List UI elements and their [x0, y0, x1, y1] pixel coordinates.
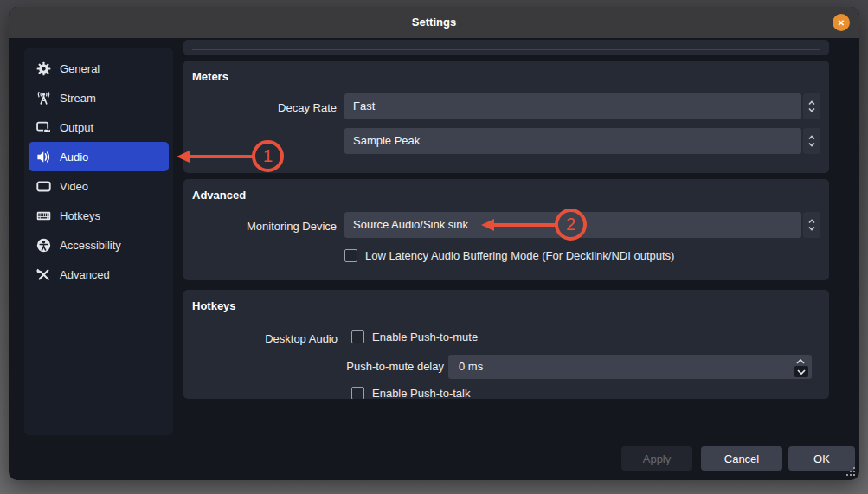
annotation-step-1-number: 1: [263, 146, 273, 166]
combo-spinner[interactable]: [803, 128, 820, 154]
annotation-arrow-2-line: [492, 223, 556, 227]
resize-grip[interactable]: [845, 465, 857, 478]
settings-window: Settings ✕ General: [9, 7, 859, 480]
gear-icon: [36, 61, 51, 76]
window-title: Settings: [9, 7, 859, 38]
accessibility-icon: [36, 238, 51, 253]
monitoring-device-label: Monitoring Device: [183, 218, 337, 235]
sidebar-item-hotkeys[interactable]: Hotkeys: [29, 201, 169, 230]
spin-down-button[interactable]: [794, 366, 808, 377]
chevron-up-icon: [795, 358, 806, 365]
sidebar-item-label: Output: [60, 121, 93, 134]
advanced-section: Advanced Monitoring Device Source Audio/…: [183, 179, 829, 280]
desktop-audio-label: Desktop Audio: [183, 330, 338, 348]
titlebar[interactable]: Settings ✕: [9, 7, 859, 38]
combo-spinner[interactable]: [803, 212, 820, 238]
low-latency-label: Low Latency Audio Buffering Mode (For De…: [365, 249, 674, 262]
annotation-step-2-number: 2: [566, 215, 575, 234]
low-latency-checkbox[interactable]: [344, 249, 357, 262]
push-to-mute-delay-spinbox[interactable]: 0 ms: [448, 355, 812, 379]
up-down-chevrons-icon: [807, 133, 816, 149]
sidebar-item-video[interactable]: Video: [29, 171, 169, 201]
sidebar-item-advanced[interactable]: Advanced: [29, 260, 169, 289]
sidebar-item-stream[interactable]: Stream: [29, 83, 169, 112]
chevron-down-icon: [796, 369, 807, 375]
sidebar-item-label: Audio: [60, 151, 88, 164]
decay-rate-label: Decay Rate: [183, 99, 337, 117]
enable-push-to-mute-label: Enable Push-to-mute: [372, 330, 478, 343]
push-to-mute-delay-label: Push-to-mute delay: [270, 355, 444, 379]
monitoring-device-value: Source Audio/Sink sink: [353, 218, 468, 231]
enable-push-to-talk-label: Enable Push-to-talk: [372, 387, 470, 399]
enable-push-to-mute-checkbox[interactable]: [351, 330, 364, 343]
sidebar-item-label: General: [60, 62, 100, 75]
sidebar-item-output[interactable]: Output: [29, 112, 169, 142]
section-title: Meters: [192, 70, 228, 83]
push-to-talk-row: Enable Push-to-talk: [351, 387, 470, 399]
decay-rate-value: Fast: [353, 99, 375, 112]
annotation-arrow-1-line: [188, 155, 254, 158]
monitor-icon: [36, 179, 51, 194]
peak-meter-value: Sample Peak: [353, 134, 420, 147]
section-divider: [192, 49, 820, 50]
sidebar-item-label: Accessibility: [60, 239, 121, 252]
close-button[interactable]: ✕: [833, 14, 850, 31]
cancel-button[interactable]: Cancel: [701, 446, 782, 471]
annotation-step-2-badge: 2: [555, 209, 587, 241]
speaker-icon: [36, 150, 51, 164]
sidebar-item-label: Video: [60, 180, 88, 193]
broadcast-icon: [36, 91, 51, 106]
apply-button[interactable]: Apply: [621, 446, 692, 471]
annotation-step-1-badge: 1: [252, 140, 284, 172]
up-down-chevrons-icon: [807, 99, 816, 114]
keyboard-icon: [36, 209, 51, 223]
up-down-chevrons-icon: [807, 217, 816, 233]
section-title: Hotkeys: [192, 299, 236, 312]
sidebar-item-label: Advanced: [60, 268, 110, 281]
sidebar-item-accessibility[interactable]: Accessibility: [29, 230, 169, 260]
scrolled-card-partial: [183, 40, 829, 55]
sidebar-item-general[interactable]: General: [29, 54, 169, 83]
sidebar-item-audio[interactable]: Audio: [29, 142, 169, 171]
push-to-mute-delay-value: 0 ms: [459, 355, 483, 379]
decay-rate-combobox[interactable]: Fast: [344, 93, 820, 119]
enable-push-to-talk-checkbox[interactable]: [351, 387, 364, 399]
output-icon: [36, 120, 51, 135]
section-title: Advanced: [192, 189, 246, 202]
hotkeys-section: Hotkeys Desktop Audio Enable Push-to-mut…: [183, 290, 829, 399]
low-latency-row: Low Latency Audio Buffering Mode (For De…: [344, 249, 674, 262]
tools-icon: [36, 267, 51, 282]
peak-meter-combobox[interactable]: Sample Peak: [344, 128, 820, 154]
push-to-mute-row: Enable Push-to-mute: [351, 330, 478, 343]
combo-spinner[interactable]: [803, 93, 820, 119]
spin-up-button[interactable]: [794, 357, 807, 366]
sidebar-item-label: Hotkeys: [60, 209, 100, 222]
sidebar-item-label: Stream: [60, 92, 96, 105]
close-icon: ✕: [838, 18, 845, 28]
settings-sidebar: General Stream: [24, 48, 173, 435]
